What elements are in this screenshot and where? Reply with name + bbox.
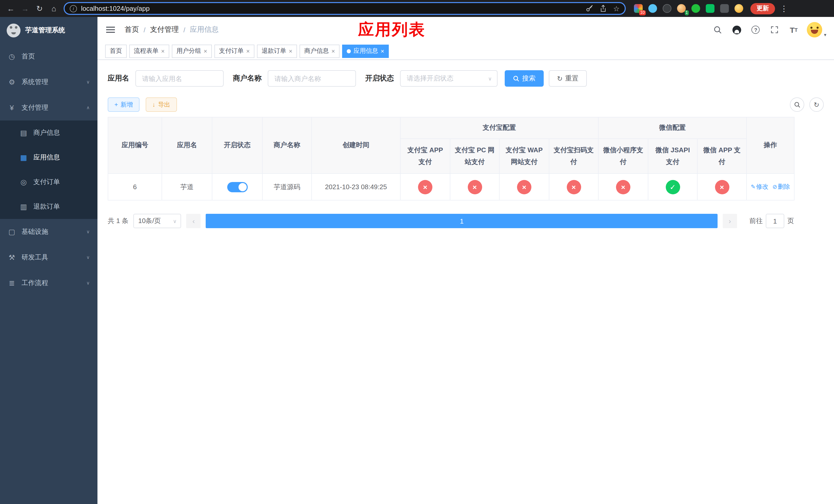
tab-home[interactable]: 首页 <box>105 44 127 58</box>
extension-grid-icon[interactable]: 10 <box>634 4 643 13</box>
gear-icon: ⚙ <box>8 78 16 86</box>
status-label: 开启状态 <box>365 74 394 83</box>
fullscreen-icon[interactable] <box>769 24 781 36</box>
sidebar-item-pay-order[interactable]: ◎ 支付订单 <box>0 170 97 194</box>
extension-wechat-icon[interactable] <box>706 4 715 13</box>
browser-reload-icon[interactable]: ↻ <box>33 2 46 15</box>
chevron-down-icon: ∨ <box>86 229 90 234</box>
chevron-down-icon: ∨ <box>173 218 177 224</box>
browser-home-icon[interactable]: ⌂ <box>47 2 61 15</box>
next-page-button[interactable]: › <box>723 214 737 228</box>
add-button[interactable]: + 新增 <box>108 97 139 112</box>
tab-label: 流程表单 <box>134 47 158 55</box>
close-icon[interactable]: × <box>161 48 164 54</box>
sidebar-item-payment[interactable]: ¥ 支付管理 ∧ <box>0 95 97 120</box>
goto-unit: 页 <box>787 216 794 226</box>
site-info-icon[interactable]: i <box>70 5 77 12</box>
sidebar-item-refund-order[interactable]: ▥ 退款订单 <box>0 194 97 219</box>
tab-merchant-info[interactable]: 商户信息 × <box>300 44 339 58</box>
col-created-at: 创建时间 <box>312 117 400 174</box>
browser-forward-icon[interactable]: → <box>19 2 32 15</box>
close-icon[interactable]: × <box>246 48 250 54</box>
table-toolbar: + 新增 ↓ 导出 ↻ <box>108 97 824 112</box>
extension-dark-icon[interactable] <box>663 4 672 13</box>
extension-avatar-icon[interactable]: 1 <box>677 4 686 13</box>
share-icon[interactable] <box>600 5 607 12</box>
sidebar-toggle-icon[interactable] <box>105 25 116 35</box>
sidebar-item-workflow[interactable]: ≣ 工作流程 ∨ <box>0 270 97 296</box>
filter-form: 应用名 商户名称 开启状态 请选择开启状态 ∨ 搜索 ↻ 重 <box>108 70 824 87</box>
sidebar-item-merchant-info[interactable]: ▤ 商户信息 <box>0 120 97 145</box>
grid-icon: ▦ <box>20 153 28 161</box>
browser-update-button[interactable]: 更新 <box>750 3 775 14</box>
page-number-button[interactable]: 1 <box>206 214 718 228</box>
prev-page-button[interactable]: ‹ <box>186 214 201 228</box>
close-icon[interactable]: × <box>331 48 335 54</box>
sidebar-item-label: 商户信息 <box>33 128 60 137</box>
address-bar-actions: ☆ <box>586 4 620 13</box>
extension-pin-icon[interactable] <box>720 4 729 13</box>
sidebar-item-home[interactable]: ◷ 首页 <box>0 44 97 69</box>
export-button[interactable]: ↓ 导出 <box>146 97 177 112</box>
github-icon[interactable] <box>731 24 743 36</box>
sidebar-item-label: 退款订单 <box>33 202 60 211</box>
tab-refund-order[interactable]: 退款订单 × <box>257 44 297 58</box>
page-size-value: 10条/页 <box>138 216 161 226</box>
address-bar[interactable]: i localhost:1024/pay/app ☆ <box>64 2 626 15</box>
app-name-input[interactable] <box>135 70 224 87</box>
sidebar-item-label: 应用信息 <box>33 153 60 162</box>
search-icon[interactable] <box>712 24 723 36</box>
pagination: 共 1 条 10条/页 ∨ ‹ 1 › 前往 页 <box>108 214 794 228</box>
edit-link[interactable]: ✎修改 <box>751 183 768 191</box>
extension-green-circle-icon[interactable] <box>692 4 700 13</box>
close-icon[interactable]: × <box>289 48 292 54</box>
chevron-up-icon: ∧ <box>86 105 90 110</box>
cell-app-id: 6 <box>108 174 162 200</box>
delete-link[interactable]: ⊘删除 <box>772 183 790 191</box>
tab-app-info[interactable]: 应用信息 × <box>342 44 389 58</box>
tab-user-group[interactable]: 用户分组 × <box>172 44 212 58</box>
font-size-icon[interactable]: TT <box>788 24 799 36</box>
app-logo-avatar <box>7 23 21 37</box>
sidebar-item-app-info[interactable]: ▦ 应用信息 <box>0 145 97 170</box>
cell-app-name: 芋道 <box>162 174 212 200</box>
extension-badge: 10 <box>639 10 646 15</box>
main-area: 首页 / 支付管理 / 应用信息 应用列表 ? TT <box>97 17 834 504</box>
tab-label: 商户信息 <box>304 47 329 55</box>
breadcrumb-payment[interactable]: 支付管理 <box>150 25 179 35</box>
status-toggle[interactable] <box>227 182 247 192</box>
col-wechat-mini: 微信小程序支付 <box>598 139 648 174</box>
merchant-name-input[interactable] <box>268 70 356 87</box>
bookmark-star-icon[interactable]: ☆ <box>613 4 620 13</box>
close-icon[interactable]: × <box>204 48 207 54</box>
extension-drop-icon[interactable] <box>648 4 657 13</box>
add-button-label: 新增 <box>120 100 133 109</box>
password-key-icon[interactable] <box>586 5 594 12</box>
wechat-app-status-icon: × <box>715 180 729 194</box>
reset-button[interactable]: ↻ 重置 <box>549 70 587 87</box>
show-search-icon-button[interactable] <box>790 97 804 112</box>
sidebar-item-infrastructure[interactable]: ▢ 基础设施 ∨ <box>0 219 97 245</box>
tab-pay-order[interactable]: 支付订单 × <box>214 44 255 58</box>
col-status: 开启状态 <box>212 117 262 174</box>
goto-page-input[interactable] <box>766 214 784 228</box>
browser-back-icon[interactable]: ← <box>4 2 18 15</box>
sidebar-item-system[interactable]: ⚙ 系统管理 ∨ <box>0 69 97 95</box>
tab-label: 退款订单 <box>262 47 286 55</box>
page-size-select[interactable]: 10条/页 ∨ <box>134 214 181 228</box>
help-icon[interactable]: ? <box>750 24 762 36</box>
user-avatar[interactable]: ▾ <box>807 22 826 38</box>
refresh-table-button[interactable]: ↻ <box>809 97 824 112</box>
browser-menu-icon[interactable]: ⋮ <box>780 4 788 13</box>
close-icon[interactable]: × <box>380 48 384 54</box>
sidebar-item-dev-tools[interactable]: ⚒ 研发工具 ∨ <box>0 245 97 270</box>
goto-label: 前往 <box>749 216 763 226</box>
breadcrumb-home[interactable]: 首页 <box>125 25 139 35</box>
sidebar-item-label: 首页 <box>22 52 35 61</box>
document-icon: ▥ <box>20 203 28 211</box>
status-select[interactable]: 请选择开启状态 ∨ <box>400 70 498 87</box>
search-button[interactable]: 搜索 <box>505 70 544 87</box>
tab-process-form[interactable]: 流程表单 × <box>129 44 169 58</box>
extension-emoji-avatar-icon[interactable] <box>734 4 743 13</box>
toolbox-icon: ⚒ <box>8 253 16 261</box>
